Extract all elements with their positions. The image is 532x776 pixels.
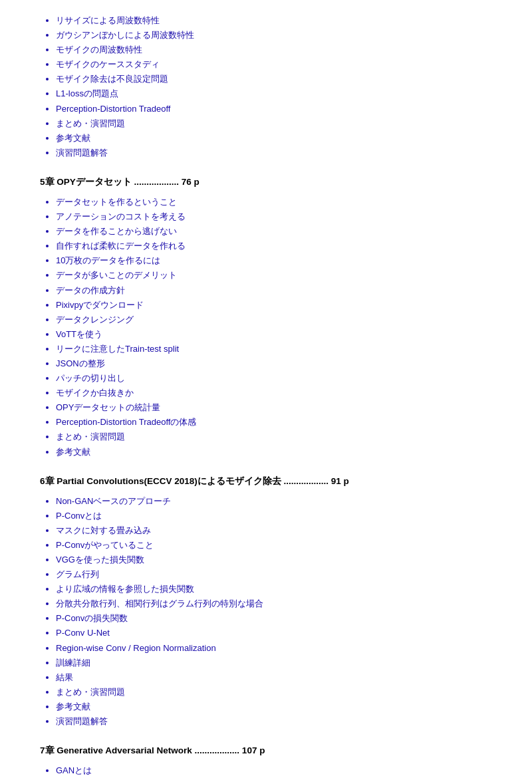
section-5: 5章 OPYデータセット .................. 76 p データ… xyxy=(40,176,492,459)
list-item[interactable]: OPYデータセットの統計量 xyxy=(56,400,492,415)
list-item[interactable]: 分散共分散行列、相関行列はグラム行列の特別な場合 xyxy=(56,596,492,611)
section-continuation: リサイズによる周波数特性 ガウシアンぼかしによる周波数特性 モザイクの周波数特性… xyxy=(40,13,492,160)
list-item[interactable]: データを作ることから逃げない xyxy=(56,224,492,239)
list-item[interactable]: マスクに対する畳み込み xyxy=(56,523,492,538)
list-item[interactable]: リサイズによる周波数特性 xyxy=(56,13,492,28)
list-item[interactable]: アノテーションのコストを考える xyxy=(56,209,492,224)
list-item[interactable]: 演習問題解答 xyxy=(56,146,492,160)
list-item[interactable]: より広域の情報を参照した損失関数 xyxy=(56,582,492,596)
list-item[interactable]: ガウシアンぼかしによる周波数特性 xyxy=(56,28,492,43)
list-item[interactable]: P-Conv U-Net xyxy=(56,626,492,640)
section-6-title: 6章 Partial Convolutions(ECCV 2018)によるモザイ… xyxy=(40,475,492,487)
toc-list-continuation: リサイズによる周波数特性 ガウシアンぼかしによる周波数特性 モザイクの周波数特性… xyxy=(40,13,492,160)
list-item[interactable]: 結果 xyxy=(56,670,492,685)
list-item[interactable]: Perception-Distortion Tradeoff xyxy=(56,102,492,116)
list-item[interactable]: P-Convとは xyxy=(56,509,492,523)
list-item[interactable]: L1-lossの問題点 xyxy=(56,86,492,101)
list-item[interactable]: まとめ・演習問題 xyxy=(56,430,492,444)
list-item[interactable]: VGGを使った損失関数 xyxy=(56,553,492,567)
list-item[interactable]: P-Convの損失関数 xyxy=(56,611,492,626)
list-item[interactable]: VoTTを使う xyxy=(56,327,492,342)
list-item[interactable]: 参考文献 xyxy=(56,700,492,714)
list-item[interactable]: 参考文献 xyxy=(56,131,492,146)
list-item[interactable]: リークに注意したTrain-test split xyxy=(56,342,492,356)
list-item[interactable]: P-Convがやっていること xyxy=(56,538,492,553)
list-item[interactable]: モザイクか白抜きか xyxy=(56,386,492,400)
section-6: 6章 Partial Convolutions(ECCV 2018)によるモザイ… xyxy=(40,475,492,729)
list-item[interactable]: 参考文献 xyxy=(56,445,492,459)
list-item[interactable]: データクレンジング xyxy=(56,313,492,327)
list-item[interactable]: まとめ・演習問題 xyxy=(56,685,492,700)
list-item[interactable]: まとめ・演習問題 xyxy=(56,116,492,131)
list-item[interactable]: 自作すれば柔軟にデータを作れる xyxy=(56,239,492,253)
list-item[interactable]: モザイクの周波数特性 xyxy=(56,43,492,57)
list-item[interactable]: パッチの切り出し xyxy=(56,371,492,386)
section-7: 7章 Generative Adversarial Network ......… xyxy=(40,745,492,776)
list-item[interactable]: モザイクのケーススタディ xyxy=(56,57,492,72)
list-item[interactable]: データが多いことのデメリット xyxy=(56,268,492,283)
list-item[interactable]: Pixivpyでダウンロード xyxy=(56,298,492,313)
list-item[interactable]: データセットを作るということ xyxy=(56,195,492,209)
list-item[interactable]: グラム行列 xyxy=(56,567,492,582)
toc-list-7: GANとは GANの考え方〜警察と偽造者〜 DCGAN GANの考え方〜画像を鍛… xyxy=(40,763,492,776)
toc-list-6: Non-GANベースのアプローチ P-Convとは マスクに対する畳み込み P-… xyxy=(40,494,492,729)
list-item[interactable]: データの作成方針 xyxy=(56,283,492,298)
list-item[interactable]: JSONの整形 xyxy=(56,356,492,371)
page-container: リサイズによる周波数特性 ガウシアンぼかしによる周波数特性 モザイクの周波数特性… xyxy=(0,0,532,776)
list-item[interactable]: 演習問題解答 xyxy=(56,714,492,729)
list-item[interactable]: 10万枚のデータを作るには xyxy=(56,253,492,268)
list-item[interactable]: Non-GANベースのアプローチ xyxy=(56,494,492,509)
section-7-title: 7章 Generative Adversarial Network ......… xyxy=(40,745,492,757)
list-item[interactable]: GANとは xyxy=(56,763,492,776)
toc-list-5: データセットを作るということ アノテーションのコストを考える データを作ることか… xyxy=(40,195,492,459)
list-item[interactable]: 訓練詳細 xyxy=(56,656,492,670)
list-item[interactable]: モザイク除去は不良設定問題 xyxy=(56,72,492,86)
list-item[interactable]: Perception-Distortion Tradeoffの体感 xyxy=(56,415,492,430)
list-item[interactable]: Region-wise Conv / Region Normalization xyxy=(56,641,492,656)
section-5-title: 5章 OPYデータセット .................. 76 p xyxy=(40,176,492,188)
